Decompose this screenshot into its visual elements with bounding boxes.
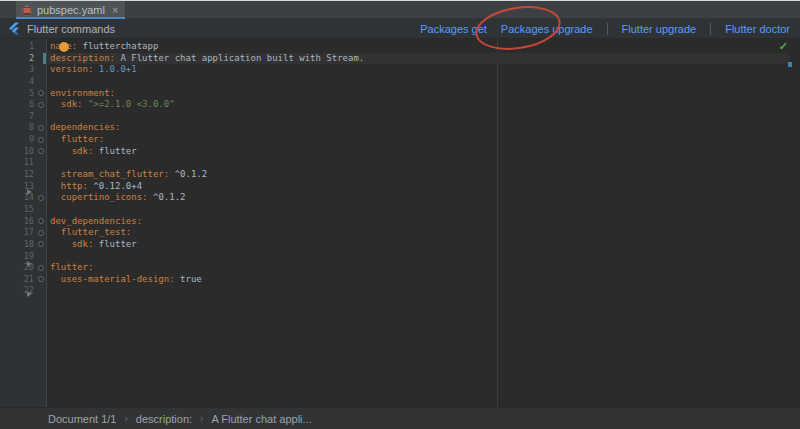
code-line[interactable]: 21 uses-material-design: true (0, 274, 790, 286)
breadcrumb-item[interactable]: Document 1/1 (48, 413, 116, 425)
line-number: 17 (0, 227, 34, 239)
fold-marker-icon[interactable] (38, 125, 44, 131)
fold-marker-icon[interactable] (38, 276, 44, 282)
code-line[interactable]: 14 cupertino_icons: ^0.1.2 (0, 192, 790, 204)
line-number: 7 (0, 111, 34, 123)
gutter-change-marker (43, 53, 46, 65)
banner-action-flutter-upgrade[interactable]: Flutter upgrade (622, 23, 697, 35)
fold-marker-icon[interactable] (38, 137, 44, 143)
banner-action-packages-get[interactable]: Packages get (420, 23, 487, 35)
fold-marker-icon[interactable] (38, 218, 44, 224)
code-line[interactable]: 10 sdk: flutter (0, 146, 790, 158)
code-line[interactable]: 1name: flutterchatapp (0, 41, 790, 53)
code-line[interactable]: 8dependencies: (0, 122, 790, 134)
line-number: 5 (0, 88, 34, 100)
fold-column (34, 216, 48, 228)
fold-column (34, 146, 48, 158)
tab-pubspec-yaml[interactable]: pubspec.yaml × (16, 1, 125, 19)
code-text[interactable]: flutter: (48, 134, 790, 146)
code-text[interactable]: dev_dependencies: (48, 216, 790, 228)
editor-pane[interactable]: 1name: flutterchatapp2description: A Flu… (0, 39, 800, 407)
fold-marker-icon[interactable] (38, 230, 44, 236)
fold-column (34, 239, 48, 251)
line-number: 6 (0, 99, 34, 111)
code-text[interactable]: http: ^0.12.0+4 (48, 181, 790, 193)
code-line[interactable]: 13 http: ^0.12.0+4 (0, 181, 790, 193)
breadcrumb-item[interactable]: description: (136, 413, 192, 425)
fold-marker-icon[interactable] (38, 90, 44, 96)
fold-column (34, 274, 48, 286)
breadcrumb-bar: Document 1/1›description:›A Flutter chat… (0, 407, 800, 429)
tab-close-icon[interactable]: × (110, 5, 118, 16)
code-text[interactable]: uses-material-design: true (48, 274, 790, 286)
code-text[interactable] (48, 285, 790, 297)
code-line[interactable]: 6 sdk: ">=2.1.0 <3.0.0" (0, 99, 790, 111)
code-line[interactable]: 4 (0, 76, 790, 88)
code-text[interactable] (48, 76, 790, 88)
fold-column (34, 157, 48, 169)
line-number: 2 (0, 53, 34, 65)
yaml-file-icon (22, 4, 32, 16)
code-line[interactable]: 18 sdk: flutter (0, 239, 790, 251)
code-text[interactable]: flutter_test: (48, 227, 790, 239)
code-text[interactable]: cupertino_icons: ^0.1.2 (48, 192, 790, 204)
line-number: 9 (0, 134, 34, 146)
fold-marker-icon[interactable] (38, 102, 44, 108)
fold-column (34, 285, 48, 297)
code-text[interactable]: dependencies: (48, 122, 790, 134)
fold-marker-icon[interactable] (38, 241, 44, 247)
code-line[interactable]: 17 flutter_test: (0, 227, 790, 239)
code-line[interactable]: 2description: A Flutter chat application… (0, 53, 790, 65)
banner-action-flutter-doctor[interactable]: Flutter doctor (725, 23, 790, 35)
banner-title: Flutter commands (27, 23, 115, 35)
code-line[interactable]: 15 (0, 204, 790, 216)
fold-marker-icon[interactable] (38, 265, 44, 271)
line-number: 16 (0, 216, 34, 228)
code-text[interactable] (48, 251, 790, 263)
line-number: 8 (0, 122, 34, 134)
fold-marker-icon[interactable] (38, 195, 44, 201)
gutter-arrow-icon (27, 291, 32, 297)
line-number: 10 (0, 146, 34, 158)
line-number: 1 (0, 41, 34, 53)
code-text[interactable]: description: A Flutter chat application … (48, 53, 790, 65)
code-line[interactable]: 19 (0, 251, 790, 263)
fold-column (34, 64, 48, 76)
code-text[interactable]: sdk: flutter (48, 146, 790, 158)
fold-column (34, 111, 48, 123)
code-text[interactable]: flutter: (48, 262, 790, 274)
code-line[interactable]: 7 (0, 111, 790, 123)
code-text[interactable] (48, 111, 790, 123)
code-line[interactable]: 12 stream_chat_flutter: ^0.1.2 (0, 169, 790, 181)
code-text[interactable]: version: 1.0.0+1 (48, 64, 790, 76)
code-text[interactable] (48, 204, 790, 216)
line-number: 21 (0, 274, 34, 286)
code-line[interactable]: 3version: 1.0.0+1 (0, 64, 790, 76)
code-text[interactable] (48, 157, 790, 169)
code-line[interactable]: 9 flutter: (0, 134, 790, 146)
scrollbar-change-mark[interactable] (788, 62, 792, 67)
fold-column (34, 122, 48, 134)
code-line[interactable]: 16dev_dependencies: (0, 216, 790, 228)
banner-action-packages-upgrade[interactable]: Packages upgrade (501, 23, 593, 35)
code-line[interactable]: 11 (0, 157, 790, 169)
code-line[interactable]: 20flutter: (0, 262, 790, 274)
line-number: 4 (0, 76, 34, 88)
breadcrumb-item[interactable]: A Flutter chat appli... (211, 413, 311, 425)
breadcrumb-separator: › (200, 413, 203, 424)
fold-column (34, 227, 48, 239)
fold-column (34, 262, 48, 274)
banner-separator (710, 23, 711, 35)
fold-column (34, 204, 48, 216)
code-text[interactable]: sdk: ">=2.1.0 <3.0.0" (48, 99, 790, 111)
code-text[interactable]: sdk: flutter (48, 239, 790, 251)
inspections-ok-icon[interactable]: ✓ (779, 40, 788, 53)
code-line[interactable]: 22 (0, 285, 790, 297)
fold-column (34, 134, 48, 146)
code-text[interactable]: stream_chat_flutter: ^0.1.2 (48, 169, 790, 181)
fold-marker-icon[interactable] (38, 148, 44, 154)
code-line[interactable]: 5environment: (0, 88, 790, 100)
code-text[interactable]: name: flutterchatapp (48, 41, 790, 53)
fold-column (34, 88, 48, 100)
code-text[interactable]: environment: (48, 88, 790, 100)
